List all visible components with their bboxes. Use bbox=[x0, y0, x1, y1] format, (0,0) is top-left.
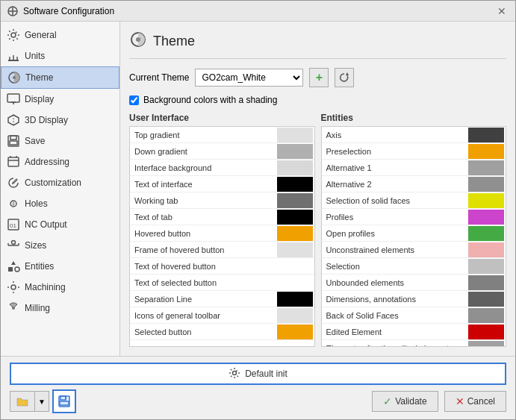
add-theme-button[interactable]: + bbox=[309, 68, 329, 87]
load-button[interactable]: ▼ bbox=[10, 391, 49, 412]
sidebar-item-save[interactable]: Save bbox=[1, 131, 119, 151]
ui-color-swatch[interactable] bbox=[277, 325, 313, 339]
ui-color-row[interactable]: Hovered button bbox=[130, 225, 314, 242]
shading-checkbox[interactable] bbox=[129, 95, 139, 105]
ui-color-swatch[interactable] bbox=[277, 193, 313, 208]
ui-color-row[interactable]: Text of hovered button bbox=[130, 258, 314, 275]
sidebar-item-units[interactable]: Units bbox=[1, 46, 119, 66]
shading-checkbox-row: Background colors with a shading bbox=[129, 95, 506, 105]
entities-color-swatch[interactable] bbox=[468, 292, 504, 307]
ui-color-row[interactable]: Text of tab bbox=[130, 209, 314, 225]
entities-color-label: Selection of solid faces bbox=[322, 196, 469, 205]
entities-color-swatch[interactable] bbox=[468, 128, 504, 142]
left-actions: ▼ bbox=[10, 389, 76, 413]
ui-color-swatch[interactable] bbox=[277, 144, 313, 159]
app-icon bbox=[7, 5, 19, 17]
cancel-button[interactable]: ✕ Cancel bbox=[444, 391, 506, 412]
ui-color-row[interactable]: Separation Line bbox=[130, 291, 314, 307]
entities-color-swatch[interactable] bbox=[468, 210, 504, 225]
ui-color-row[interactable]: Interface background bbox=[130, 160, 314, 176]
save-file-button[interactable] bbox=[52, 389, 76, 413]
svg-rect-4 bbox=[8, 60, 19, 61]
default-init-button[interactable]: Default init bbox=[10, 363, 506, 385]
sidebar-item-customization[interactable]: Customization bbox=[1, 172, 119, 193]
ui-color-row[interactable]: Icons of general toolbar bbox=[130, 307, 314, 324]
entities-color-swatch[interactable] bbox=[468, 144, 504, 159]
entities-color-row[interactable]: Alternative 1 bbox=[322, 160, 506, 176]
sidebar-item-nc-output[interactable]: 01 NC Output bbox=[1, 214, 119, 235]
close-button[interactable]: ✕ bbox=[494, 4, 509, 19]
sidebar-label-sizes: Sizes bbox=[25, 240, 46, 251]
ui-color-row[interactable]: Frame of hovered button bbox=[130, 242, 314, 258]
theme-label: Current Theme bbox=[129, 72, 189, 83]
theme-dropdown[interactable]: GO2cam_WhiteGO2cam_Dark bbox=[195, 69, 303, 87]
main-panel: Theme Current Theme GO2cam_WhiteGO2cam_D… bbox=[120, 22, 515, 356]
entities-color-row[interactable]: Unbounded elements bbox=[322, 275, 506, 291]
ui-color-swatch[interactable] bbox=[277, 210, 313, 225]
entities-color-row[interactable]: Preselection bbox=[322, 143, 506, 160]
entities-color-row[interactable]: Edited Element bbox=[322, 324, 506, 340]
entities-color-label: Elements after the edited element bbox=[322, 344, 469, 348]
ui-color-swatch[interactable] bbox=[277, 226, 313, 241]
validate-button[interactable]: ✓ Validate bbox=[372, 391, 438, 412]
sidebar-item-addressing[interactable]: Addressing bbox=[1, 151, 119, 172]
entities-color-row[interactable]: Alternative 2 bbox=[322, 176, 506, 192]
entities-color-row[interactable]: Profiles bbox=[322, 209, 506, 225]
ui-color-row[interactable]: Text of selected button bbox=[130, 275, 314, 291]
ui-color-swatch[interactable] bbox=[277, 308, 313, 323]
entities-color-swatch[interactable] bbox=[468, 259, 504, 274]
entities-color-swatch[interactable] bbox=[468, 325, 504, 339]
sidebar-item-machining[interactable]: Machining bbox=[1, 277, 119, 298]
sidebar-item-milling[interactable]: Milling bbox=[1, 298, 119, 319]
sidebar-item-sizes[interactable]: Sizes bbox=[1, 235, 119, 256]
entities-color-row[interactable]: Dimensions, annotations bbox=[322, 291, 506, 307]
sidebar-item-entities[interactable]: Entities bbox=[1, 256, 119, 277]
entities-color-row[interactable]: Selection of solid faces bbox=[322, 192, 506, 209]
ui-color-swatch[interactable] bbox=[277, 177, 313, 192]
cancel-cross-icon: ✕ bbox=[456, 395, 464, 407]
sidebar-item-3d-display[interactable]: 3D Display bbox=[1, 110, 119, 131]
ui-color-row[interactable]: Top gradient bbox=[130, 127, 314, 143]
ui-color-swatch[interactable] bbox=[277, 160, 313, 175]
ui-color-row[interactable]: Selected button bbox=[130, 324, 314, 340]
entities-color-swatch[interactable] bbox=[468, 177, 504, 192]
sidebar-label-units: Units bbox=[25, 51, 45, 61]
ui-color-row[interactable]: Working tab bbox=[130, 192, 314, 209]
entities-color-row[interactable]: Back of Solid Faces bbox=[322, 307, 506, 324]
svg-rect-10 bbox=[7, 94, 19, 102]
entities-color-swatch[interactable] bbox=[468, 160, 504, 175]
entities-color-swatch[interactable] bbox=[468, 242, 504, 257]
sidebar-item-general[interactable]: General bbox=[1, 25, 119, 46]
entities-color-row[interactable]: Selection bbox=[322, 258, 506, 275]
ui-color-swatch[interactable] bbox=[277, 292, 313, 307]
entities-color-swatch[interactable] bbox=[468, 308, 504, 323]
ui-color-row[interactable]: Text of interface bbox=[130, 176, 314, 192]
entities-color-row[interactable]: Axis bbox=[322, 127, 506, 143]
entities-color-swatch[interactable] bbox=[468, 226, 504, 241]
entities-color-swatch[interactable] bbox=[468, 341, 504, 348]
ui-color-swatch[interactable] bbox=[277, 128, 313, 142]
entities-color-swatch[interactable] bbox=[468, 193, 504, 208]
display-icon bbox=[7, 93, 20, 106]
load-arrow[interactable]: ▼ bbox=[35, 392, 49, 411]
entities-color-row[interactable]: Unconstrained elements bbox=[322, 242, 506, 258]
entities-color-label: Preselection bbox=[322, 147, 469, 156]
sidebar-item-holes[interactable]: Holes bbox=[1, 193, 119, 214]
ui-color-label: Text of interface bbox=[130, 180, 277, 189]
svg-point-33 bbox=[136, 37, 140, 42]
ui-color-swatch[interactable] bbox=[277, 259, 313, 274]
entities-color-row[interactable]: Open profiles bbox=[322, 225, 506, 242]
ui-color-swatch[interactable] bbox=[277, 242, 313, 257]
reset-theme-button[interactable] bbox=[335, 68, 354, 87]
entities-color-row[interactable]: Elements after the edited element bbox=[322, 340, 506, 347]
svg-point-3 bbox=[11, 33, 16, 37]
load-main-part[interactable] bbox=[10, 392, 35, 411]
sidebar-item-display[interactable]: Display bbox=[1, 89, 119, 110]
entities-color-swatch[interactable] bbox=[468, 275, 504, 290]
ui-color-label: Separation Line bbox=[130, 295, 277, 304]
ui-color-swatch[interactable] bbox=[277, 275, 313, 290]
ui-color-label: Frame of hovered button bbox=[130, 245, 277, 254]
svg-rect-28 bbox=[8, 267, 13, 272]
sidebar-item-theme[interactable]: Theme bbox=[1, 66, 119, 89]
ui-color-row[interactable]: Down gradient bbox=[130, 143, 314, 160]
